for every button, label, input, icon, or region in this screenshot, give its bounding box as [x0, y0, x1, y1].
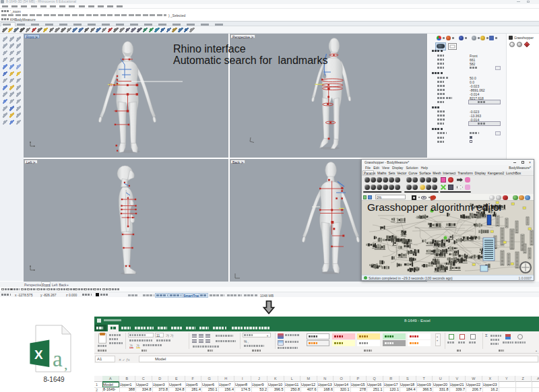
svg-text:19: 19	[109, 84, 113, 87]
svg-text:a: a	[53, 347, 63, 371]
svg-text:X: X	[34, 348, 43, 362]
svg-text:,: ,	[64, 356, 68, 372]
